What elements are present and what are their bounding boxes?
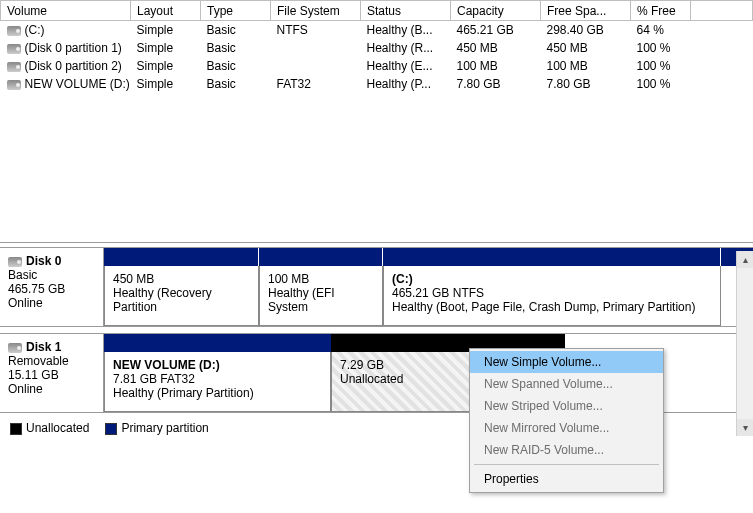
- table-cell: Basic: [201, 57, 271, 75]
- table-row[interactable]: (Disk 0 partition 1)SimpleBasicHealthy (…: [1, 39, 753, 57]
- table-cell: 64 %: [631, 21, 691, 40]
- column-header-spacer[interactable]: [691, 1, 753, 21]
- table-row[interactable]: (C:)SimpleBasicNTFSHealthy (B...465.21 G…: [1, 21, 753, 40]
- column-header[interactable]: Capacity: [451, 1, 541, 21]
- table-cell: FAT32: [271, 75, 361, 93]
- scroll-down-button[interactable]: ▾: [737, 419, 753, 436]
- context-menu[interactable]: New Simple Volume... New Spanned Volume.…: [469, 348, 664, 493]
- table-cell: Simple: [131, 75, 201, 93]
- disk0-label: Disk 0 Basic 465.75 GB Online: [0, 248, 104, 326]
- table-cell: [271, 57, 361, 75]
- table-cell: (Disk 0 partition 1): [1, 39, 131, 57]
- column-header[interactable]: Status: [361, 1, 451, 21]
- table-cell: Simple: [131, 57, 201, 75]
- menu-new-mirrored-volume[interactable]: New Mirrored Volume...: [470, 417, 663, 439]
- disk0-row[interactable]: Disk 0 Basic 465.75 GB Online 450 MBHeal…: [0, 247, 753, 327]
- table-cell: Healthy (R...: [361, 39, 451, 57]
- table-cell: 450 MB: [451, 39, 541, 57]
- table-cell: Basic: [201, 39, 271, 57]
- table-cell: [691, 39, 753, 57]
- table-cell: (C:): [1, 21, 131, 40]
- volume-icon: [7, 44, 21, 54]
- table-cell: (Disk 0 partition 2): [1, 57, 131, 75]
- table-cell: 7.80 GB: [541, 75, 631, 93]
- table-cell: Healthy (E...: [361, 57, 451, 75]
- disk0-partition[interactable]: (C:)465.21 GB NTFSHealthy (Boot, Page Fi…: [383, 266, 721, 326]
- volume-icon: [7, 26, 21, 36]
- legend-primary: Primary partition: [105, 421, 208, 435]
- column-header[interactable]: Free Spa...: [541, 1, 631, 21]
- table-cell: 100 MB: [451, 57, 541, 75]
- vertical-scrollbar[interactable]: ▴ ▾: [736, 251, 753, 436]
- disk1-label: Disk 1 Removable 15.11 GB Online: [0, 334, 104, 412]
- disk1-partition-d[interactable]: NEW VOLUME (D:) 7.81 GB FAT32 Healthy (P…: [104, 352, 331, 412]
- table-cell: Simple: [131, 21, 201, 40]
- volume-table[interactable]: VolumeLayoutTypeFile SystemStatusCapacit…: [0, 0, 753, 93]
- menu-new-raid5-volume[interactable]: New RAID-5 Volume...: [470, 439, 663, 461]
- column-header[interactable]: % Free: [631, 1, 691, 21]
- menu-separator: [474, 464, 659, 465]
- table-cell: 465.21 GB: [451, 21, 541, 40]
- column-header[interactable]: Volume: [1, 1, 131, 21]
- table-cell: NTFS: [271, 21, 361, 40]
- table-row[interactable]: NEW VOLUME (D:)SimpleBasicFAT32Healthy (…: [1, 75, 753, 93]
- disk-icon: [8, 343, 22, 353]
- menu-new-simple-volume[interactable]: New Simple Volume...: [470, 351, 663, 373]
- column-header[interactable]: File System: [271, 1, 361, 21]
- table-cell: 100 MB: [541, 57, 631, 75]
- menu-new-striped-volume[interactable]: New Striped Volume...: [470, 395, 663, 417]
- table-row[interactable]: (Disk 0 partition 2)SimpleBasicHealthy (…: [1, 57, 753, 75]
- disk0-partitions: 450 MBHealthy (Recovery Partition100 MBH…: [104, 248, 753, 326]
- table-cell: 298.40 GB: [541, 21, 631, 40]
- table-cell: NEW VOLUME (D:): [1, 75, 131, 93]
- table-cell: Basic: [201, 21, 271, 40]
- swatch-blue-icon: [105, 423, 117, 435]
- table-cell: Simple: [131, 39, 201, 57]
- table-cell: Basic: [201, 75, 271, 93]
- table-cell: Healthy (B...: [361, 21, 451, 40]
- table-cell: 7.80 GB: [451, 75, 541, 93]
- disk0-partition[interactable]: 450 MBHealthy (Recovery Partition: [104, 266, 259, 326]
- table-cell: 100 %: [631, 75, 691, 93]
- table-cell: 100 %: [631, 57, 691, 75]
- table-cell: 450 MB: [541, 39, 631, 57]
- table-cell: [691, 57, 753, 75]
- table-cell: Healthy (P...: [361, 75, 451, 93]
- disk0-partition[interactable]: 100 MBHealthy (EFI System: [259, 266, 383, 326]
- swatch-black-icon: [10, 423, 22, 435]
- volume-table-header[interactable]: VolumeLayoutTypeFile SystemStatusCapacit…: [1, 1, 753, 21]
- table-cell: [691, 21, 753, 40]
- table-cell: [271, 39, 361, 57]
- menu-new-spanned-volume[interactable]: New Spanned Volume...: [470, 373, 663, 395]
- volume-list-pane[interactable]: VolumeLayoutTypeFile SystemStatusCapacit…: [0, 0, 753, 243]
- scroll-up-button[interactable]: ▴: [737, 251, 753, 268]
- column-header[interactable]: Layout: [131, 1, 201, 21]
- column-header[interactable]: Type: [201, 1, 271, 21]
- menu-properties[interactable]: Properties: [470, 468, 663, 490]
- volume-icon: [7, 62, 21, 72]
- table-cell: [691, 75, 753, 93]
- disk-icon: [8, 257, 22, 267]
- volume-icon: [7, 80, 21, 90]
- table-cell: 100 %: [631, 39, 691, 57]
- legend-unallocated: Unallocated: [10, 421, 89, 435]
